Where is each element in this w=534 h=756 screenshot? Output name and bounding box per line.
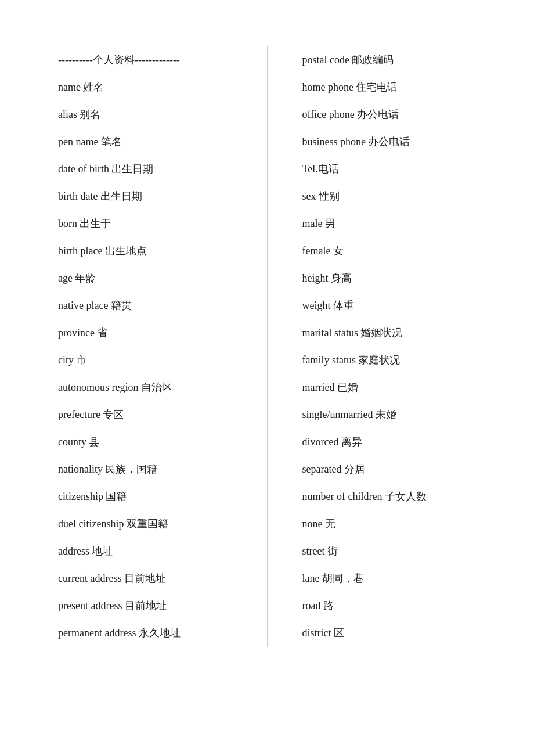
citizenship: citizenship 国籍 (58, 483, 255, 510)
date-of-birth: date of birth 出生日期 (58, 156, 255, 183)
height: height 身高 (302, 265, 500, 292)
address: address 地址 (58, 538, 255, 565)
personal-info-header: ----------个人资料------------- (58, 46, 255, 74)
married: married 已婚 (302, 374, 500, 401)
district: district 区 (302, 620, 500, 647)
business-phone: business phone 办公电话 (302, 128, 500, 156)
number-of-children: number of children 子女人数 (302, 483, 500, 510)
birth-place: birth place 出生地点 (58, 237, 255, 265)
none: none 无 (302, 510, 500, 538)
road: road 路 (302, 592, 500, 620)
sex: sex 性别 (302, 183, 500, 210)
single-unmarried: single/unmarried 未婚 (302, 401, 500, 429)
family-status: family status 家庭状况 (302, 347, 500, 374)
province: province 省 (58, 319, 255, 347)
office-phone: office phone 办公电话 (302, 101, 500, 128)
home-phone: home phone 住宅电话 (302, 74, 500, 101)
male: male 男 (302, 210, 500, 237)
present-address: present address 目前地址 (58, 592, 255, 620)
marital-status: marital status 婚姻状况 (302, 319, 500, 347)
permanent-address: permanent address 永久地址 (58, 620, 255, 647)
nationality: nationality 民族，国籍 (58, 456, 255, 483)
postal-code: postal code 邮政编码 (302, 46, 500, 74)
right-column: postal code 邮政编码home phone 住宅电话office ph… (268, 46, 500, 647)
separated: separated 分居 (302, 456, 500, 483)
born: born 出生于 (58, 210, 255, 237)
weight: weight 体重 (302, 292, 500, 319)
street: street 街 (302, 538, 500, 565)
divorced: divorced 离异 (302, 429, 500, 456)
autonomous-region: autonomous region 自治区 (58, 374, 255, 401)
city: city 市 (58, 347, 255, 374)
female: female 女 (302, 237, 500, 265)
native-place: native place 籍贯 (58, 292, 255, 319)
left-column: ----------个人资料-------------name 姓名alias … (58, 46, 268, 647)
tel: Tel.电话 (302, 156, 500, 183)
county: county 县 (58, 429, 255, 456)
birth-date: birth date 出生日期 (58, 183, 255, 210)
age: age 年龄 (58, 265, 255, 292)
duel-citizenship: duel citizenship 双重国籍 (58, 510, 255, 538)
current-address: current address 目前地址 (58, 565, 255, 592)
lane: lane 胡同，巷 (302, 565, 500, 592)
name: name 姓名 (58, 74, 255, 101)
pen-name: pen name 笔名 (58, 128, 255, 156)
alias: alias 别名 (58, 101, 255, 128)
prefecture: prefecture 专区 (58, 401, 255, 429)
page-container: ----------个人资料-------------name 姓名alias … (0, 0, 534, 693)
